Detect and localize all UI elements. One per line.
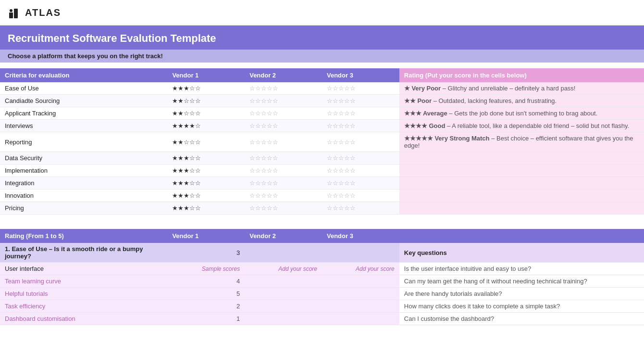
score-v2	[245, 288, 322, 300]
criteria-cell: Innovation	[0, 190, 167, 202]
table-row: Implementation ★★★☆☆ ☆☆☆☆☆ ☆☆☆☆☆	[0, 165, 644, 177]
col-vendor2: Vendor 2	[245, 68, 322, 82]
rating-cell: ★★ Poor – Outdated, lacking features, an…	[399, 95, 644, 107]
vendor3-cell: ☆☆☆☆☆	[322, 120, 399, 132]
svg-rect-1	[14, 9, 18, 18]
sub-criteria-label: User interface	[0, 263, 167, 275]
score-col-vendor2: Vendor 2	[245, 229, 322, 243]
score-criteria: Team learning curve	[0, 275, 167, 288]
ease-v3-score	[322, 243, 399, 263]
vendor1-cell: ★★★☆☆	[167, 177, 245, 190]
vendor3-cell: ☆☆☆☆☆	[322, 132, 399, 152]
vendor1-cell: ★★★☆☆	[167, 165, 245, 177]
score-v3	[322, 275, 399, 288]
title-banner: Recruitment Software Evalution Template	[0, 25, 644, 50]
list-item: Team learning curve 4 Can my team get th…	[0, 275, 644, 288]
table-row: Pricing ★★★☆☆ ☆☆☆☆☆ ☆☆☆☆☆	[0, 202, 644, 215]
score-col-empty	[399, 229, 644, 243]
table-row: Candiadte Sourcing ★★☆☆☆ ☆☆☆☆☆ ☆☆☆☆☆ ★★ …	[0, 95, 644, 107]
vendor2-cell: ☆☆☆☆☆	[245, 165, 322, 177]
score-table-header-row: Rating (From 1 to 5) Vendor 1 Vendor 2 V…	[0, 229, 644, 243]
table-row: Data Security ★★★☆☆ ☆☆☆☆☆ ☆☆☆☆☆	[0, 152, 644, 165]
score-sub-header-row: User interface Sample scores Add your sc…	[0, 263, 644, 275]
rating-cell	[399, 165, 644, 177]
vendor3-cell: ☆☆☆☆☆	[322, 165, 399, 177]
col-vendor3: Vendor 3	[322, 68, 399, 82]
criteria-cell: Applicant Tracking	[0, 107, 167, 120]
col-vendor1: Vendor 1	[167, 68, 245, 82]
vendor2-cell: ☆☆☆☆☆	[245, 202, 322, 215]
criteria-cell: Pricing	[0, 202, 167, 215]
rating-cell	[399, 190, 644, 202]
score-question: Can I customise the dashboard?	[399, 313, 644, 325]
criteria-cell: Data Security	[0, 152, 167, 165]
vendor1-cell: ★★★☆☆	[167, 190, 245, 202]
score-v3	[322, 300, 399, 313]
logo-bar: ATLAS	[0, 0, 644, 25]
score-v2	[245, 275, 322, 288]
table-row: Ease of Use ★★★☆☆ ☆☆☆☆☆ ☆☆☆☆☆ ★ Very Poo…	[0, 82, 644, 95]
list-item: Dashboard customisation 1 Can I customis…	[0, 313, 644, 325]
list-item: Task efficiency 2 How many clicks does i…	[0, 300, 644, 313]
vendor3-cell: ☆☆☆☆☆	[322, 152, 399, 165]
svg-rect-0	[9, 13, 13, 18]
vendor2-cell: ☆☆☆☆☆	[245, 132, 322, 152]
vendor1-cell: ★★★☆☆	[167, 152, 245, 165]
atlas-logo-icon	[8, 6, 21, 19]
rating-cell	[399, 152, 644, 165]
criteria-cell: Implementation	[0, 165, 167, 177]
vendor2-cell: ☆☆☆☆☆	[245, 177, 322, 190]
score-v3	[322, 313, 399, 325]
rating-cell	[399, 177, 644, 190]
col-criteria: Criteria for evaluation	[0, 68, 167, 82]
score-table: Rating (From 1 to 5) Vendor 1 Vendor 2 V…	[0, 229, 644, 325]
rating-cell: ★★★★★ Very Strong Match – Best choice – …	[399, 132, 644, 152]
score-v3	[322, 288, 399, 300]
vendor1-cell: ★★★☆☆	[167, 82, 245, 95]
ease-v1-score: 3	[167, 243, 245, 263]
score-section-header-row: 1. Ease of Use – Is it a smooth ride or …	[0, 243, 644, 263]
col-rating: Rating (Put your score in the cells belo…	[399, 68, 644, 82]
vendor1-cell: ★★☆☆☆	[167, 95, 245, 107]
subtitle-text: Choose a platform that keeps you on the …	[8, 52, 163, 60]
table-row: Reporting ★★☆☆☆ ☆☆☆☆☆ ☆☆☆☆☆ ★★★★★ Very S…	[0, 132, 644, 152]
criteria-cell: Integration	[0, 177, 167, 190]
vendor1-cell: ★★★★☆	[167, 120, 245, 132]
subtitle-banner: Choose a platform that keeps you on the …	[0, 50, 644, 63]
table-row: Applicant Tracking ★★☆☆☆ ☆☆☆☆☆ ☆☆☆☆☆ ★★★…	[0, 107, 644, 120]
vendor2-cell: ☆☆☆☆☆	[245, 82, 322, 95]
vendor2-cell: ☆☆☆☆☆	[245, 107, 322, 120]
eval-table-header-row: Criteria for evaluation Vendor 1 Vendor …	[0, 68, 644, 82]
vendor2-cell: ☆☆☆☆☆	[245, 152, 322, 165]
table-row: Interviews ★★★★☆ ☆☆☆☆☆ ☆☆☆☆☆ ★★★★ Good –…	[0, 120, 644, 132]
sample-scores-label: Sample scores	[167, 263, 245, 275]
score-criteria: Helpful tutorials	[0, 288, 167, 300]
vendor3-cell: ☆☆☆☆☆	[322, 202, 399, 215]
rating-cell: ★★★★ Good – A reliable tool, like a depe…	[399, 120, 644, 132]
ease-v2-score	[245, 243, 322, 263]
score-col-vendor3: Vendor 3	[322, 229, 399, 243]
score-question: How many clicks does it take to complete…	[399, 300, 644, 313]
criteria-cell: Reporting	[0, 132, 167, 152]
logo-text: ATLAS	[25, 7, 61, 18]
rating-cell	[399, 202, 644, 215]
page-title: Recruitment Software Evalution Template	[8, 32, 636, 45]
score-v1: 2	[167, 300, 245, 313]
add-score-v3-label: Add your score	[322, 263, 399, 275]
svg-point-2	[10, 9, 12, 12]
score-question: Are there handy tutorials available?	[399, 288, 644, 300]
vendor2-cell: ☆☆☆☆☆	[245, 120, 322, 132]
score-question: Can my team get the hang of it without n…	[399, 275, 644, 288]
score-criteria: Task efficiency	[0, 300, 167, 313]
vendor3-cell: ☆☆☆☆☆	[322, 190, 399, 202]
ease-of-use-header: 1. Ease of Use – Is it a smooth ride or …	[0, 243, 167, 263]
score-v1: 5	[167, 288, 245, 300]
vendor2-cell: ☆☆☆☆☆	[245, 190, 322, 202]
vendor1-cell: ★★☆☆☆	[167, 107, 245, 120]
vendor1-cell: ★★☆☆☆	[167, 132, 245, 152]
vendor3-cell: ☆☆☆☆☆	[322, 95, 399, 107]
score-col-vendor1: Vendor 1	[167, 229, 245, 243]
score-table-wrap: Rating (From 1 to 5) Vendor 1 Vendor 2 V…	[0, 223, 644, 325]
criteria-cell: Ease of Use	[0, 82, 167, 95]
vendor3-cell: ☆☆☆☆☆	[322, 177, 399, 190]
